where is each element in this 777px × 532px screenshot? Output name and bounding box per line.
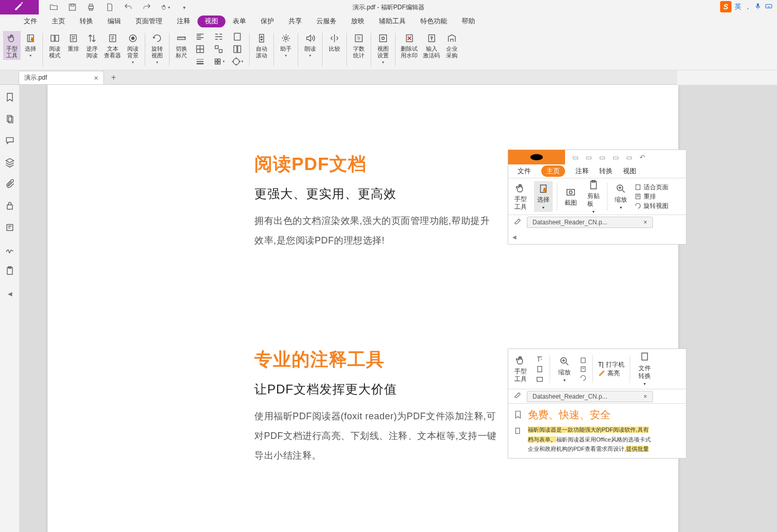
embed1-doc-icon: ▭ [626, 154, 632, 161]
document-tab[interactable]: 演示.pdf × [19, 71, 104, 84]
svg-rect-30 [7, 115, 11, 121]
menu-edit[interactable]: 编辑 [100, 16, 128, 27]
embed2-convert: 文件 转换▾ [635, 349, 654, 388]
read-aloud-button[interactable]: 朗读 ▾ [301, 31, 319, 59]
attachment-icon[interactable] [5, 179, 15, 189]
svg-rect-36 [567, 189, 575, 195]
menu-cloud[interactable]: 云服务 [309, 16, 344, 27]
menu-form[interactable]: 表单 [225, 16, 253, 27]
line-width-icon[interactable] [193, 56, 207, 67]
embed1-tab: Datasheet_Reader_CN.p... × [527, 217, 653, 228]
svg-point-20 [233, 58, 239, 65]
rotate-icon [151, 32, 163, 44]
layout-1-icon[interactable] [231, 31, 244, 42]
menu-comment[interactable]: 注释 [170, 16, 197, 27]
menu-features[interactable]: 特色功能 [413, 16, 454, 27]
embed2-select-stack [535, 355, 544, 383]
menu-view[interactable]: 视图 [197, 16, 225, 27]
grid-icon[interactable] [193, 43, 207, 55]
tab-close-icon[interactable]: × [94, 74, 98, 82]
save-icon[interactable] [68, 3, 77, 12]
embed2-zoom: 缩放▾ [555, 354, 574, 385]
svg-rect-46 [581, 358, 585, 362]
embed1-share-icon: ▭ [613, 154, 619, 161]
menu-slideshow[interactable]: 放映 [344, 16, 372, 27]
compare-button[interactable]: 比较 [326, 31, 343, 53]
svg-rect-41 [636, 185, 640, 189]
security-icon[interactable] [5, 201, 15, 211]
auto-scroll-button[interactable]: 自动 滚动 [253, 31, 270, 60]
print-icon[interactable] [86, 3, 96, 12]
embed2-eraser-icon [513, 391, 522, 401]
menu-help[interactable]: 帮助 [454, 16, 482, 27]
text-viewer-button[interactable]: 文本 查看器 [102, 31, 123, 60]
show-hide-icon[interactable]: ▾ [212, 56, 225, 67]
reflow-button[interactable]: 重排 [65, 31, 82, 53]
sidebar-collapse-icon[interactable]: ◀ [8, 291, 12, 297]
hand-dropdown-icon[interactable]: ▾ [161, 3, 170, 12]
ruler-button[interactable]: 切换 标尺 [173, 31, 190, 60]
mic-icon[interactable] [754, 3, 761, 11]
undo-icon[interactable] [124, 3, 133, 12]
embedded-screenshot-1: ▭ ▭ ▭ ▭ ▭ ↶ 文件 主页 注释 转换 视图 手型 工具 [508, 149, 687, 245]
embed1-logo [508, 150, 565, 164]
crosshair-icon[interactable]: ▾ [231, 56, 244, 67]
menu-share[interactable]: 共享 [281, 16, 309, 27]
menu-file[interactable]: 文件 [17, 16, 44, 27]
view-settings-button[interactable]: 视图 设置 ▾ [374, 31, 392, 66]
embed1-menu-file: 文件 [517, 166, 531, 176]
embed1-zoom: 缩放▾ [612, 181, 630, 212]
hand-tool-button[interactable]: 手型 工具 [3, 31, 21, 60]
menu-protect[interactable]: 保护 [253, 16, 281, 27]
select-button[interactable]: 选择 ▾ [22, 31, 39, 59]
assistant-button[interactable]: 助手 ▾ [277, 31, 295, 59]
layers-icon[interactable] [5, 157, 15, 168]
clipboard-panel-icon[interactable] [5, 266, 15, 276]
embed2-body: 福昕阅读器是一款功能强大的PDF阅读软件,具有 档与表单。福昕阅读器采用Offi… [528, 425, 651, 454]
bookmark-icon[interactable] [5, 92, 15, 102]
read-mode-button[interactable]: 阅读 模式 [46, 31, 64, 60]
new-tab-button[interactable]: + [111, 73, 116, 84]
pages-icon[interactable] [5, 114, 15, 124]
embed1-print-icon: ▭ [599, 154, 605, 161]
remove-watermark-button[interactable]: 删除试 用水印 [399, 31, 420, 60]
align-distrib-icon[interactable] [212, 31, 225, 42]
enterprise-button[interactable]: 企业 采购 [443, 31, 461, 60]
menu-home[interactable]: 主页 [44, 16, 72, 27]
app-logo[interactable] [0, 0, 39, 14]
open-icon[interactable] [49, 3, 58, 12]
section1-title: 阅读PDF文档 [254, 152, 497, 176]
menu-convert[interactable]: 转换 [72, 16, 100, 27]
activation-button[interactable]: 输入 激活码 [421, 31, 442, 60]
pdf-page: 阅读PDF文档 更强大、更实用、更高效 拥有出色的文档渲染效果,强大的页面管理功… [48, 85, 678, 532]
embed1-clipboard: 剪贴 板▾ [584, 177, 603, 216]
menu-accessibility[interactable]: 辅助工具 [372, 16, 413, 27]
svg-rect-19 [238, 45, 241, 52]
snap-icon[interactable] [212, 43, 225, 55]
read-background-button[interactable]: 阅读 背景 ▾ [124, 31, 142, 66]
reverse-read-button[interactable]: 逆序 阅读 [83, 31, 101, 60]
redo-icon[interactable] [142, 3, 151, 12]
ime-lang[interactable]: 英 [735, 2, 741, 11]
ruler-icon [175, 32, 188, 44]
align-left-icon[interactable] [193, 31, 207, 42]
ime-indicator[interactable]: S 英 ， [720, 1, 773, 12]
embed2-tab: Datasheet_Reader_CN.p... × [527, 391, 653, 402]
keyboard-icon[interactable] [765, 3, 773, 11]
embedded-screenshot-2: 手型 工具 缩放▾ T|打字机 [508, 348, 687, 459]
rotate-view-button[interactable]: 旋转 视图 ▾ [148, 31, 166, 66]
fields-icon[interactable] [5, 222, 15, 233]
signature-icon[interactable] [5, 244, 15, 254]
ime-punct[interactable]: ， [744, 2, 751, 11]
blank-pdf-icon[interactable] [105, 3, 114, 12]
svg-rect-11 [215, 45, 218, 49]
layout-2-icon[interactable] [231, 43, 244, 55]
comments-icon[interactable] [5, 135, 15, 146]
document-canvas[interactable]: 阅读PDF文档 更强大、更实用、更高效 拥有出色的文档渲染效果,强大的页面管理功… [20, 85, 777, 532]
word-count-button[interactable]: 字 字数 统计 [350, 31, 368, 60]
svg-text:字: 字 [357, 36, 361, 41]
menu-page-manage[interactable]: 页面管理 [128, 16, 170, 27]
qat-customize-icon[interactable]: ▾ [179, 3, 189, 12]
embed1-hand: 手型 工具 [511, 180, 530, 213]
sogou-icon[interactable]: S [720, 1, 732, 12]
